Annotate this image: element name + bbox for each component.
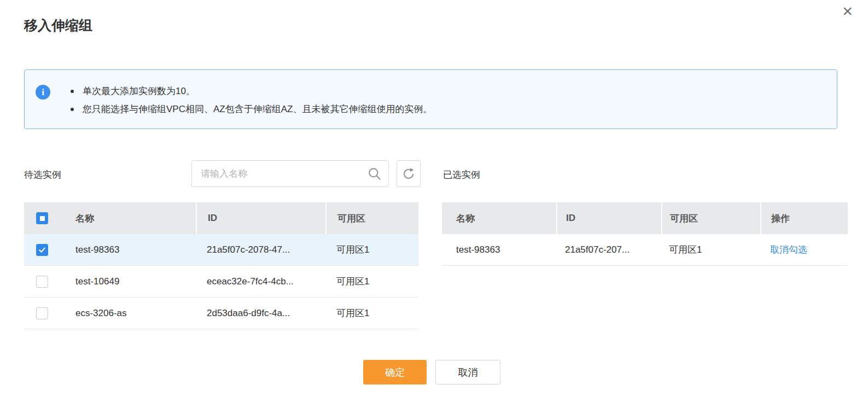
selected-table-header: 名称 ID 可用区 操作 — [442, 202, 848, 234]
select-all-checkbox[interactable] — [36, 212, 48, 224]
cell-az: 可用区1 — [325, 266, 418, 297]
search-input[interactable] — [192, 168, 368, 179]
table-row[interactable]: test-98363 21a5f07c-2078-47... 可用区1 — [24, 234, 418, 266]
cell-az: 可用区1 — [325, 234, 418, 265]
cell-az: 可用区1 — [661, 234, 760, 265]
refresh-button[interactable] — [397, 160, 421, 187]
close-icon[interactable]: × — [842, 1, 853, 21]
available-table-body: test-98363 21a5f07c-2078-47... 可用区1 test… — [24, 234, 418, 329]
selected-table-body: test-98363 21a5f07c-207... 可用区1 取消勾选 — [442, 234, 848, 266]
row-checkbox[interactable] — [36, 276, 48, 288]
column-header-name: 名称 — [58, 202, 196, 234]
move-into-scaling-group-dialog: × 移入伸缩组 i 单次最大添加实例数为10。 您只能选择与伸缩组VPC相同、A… — [0, 0, 868, 402]
search-icon[interactable] — [368, 167, 382, 181]
available-instances-table: 名称 ID 可用区 test-98363 21a5f07c-2078-47...… — [24, 202, 418, 329]
selected-instances-table: 名称 ID 可用区 操作 test-98363 21a5f07c-207... … — [442, 202, 848, 266]
indeterminate-mark — [40, 216, 45, 221]
column-header-name: 名称 — [442, 202, 556, 234]
ok-button[interactable]: 确定 — [363, 360, 427, 384]
refresh-icon — [402, 167, 415, 180]
cell-id: eceac32e-7fc4-4cb... — [196, 266, 325, 297]
cell-id: 21a5f07c-207... — [556, 234, 661, 265]
info-banner-item: 您只能选择与伸缩组VPC相同、AZ包含于伸缩组AZ、且未被其它伸缩组使用的实例。 — [68, 100, 837, 118]
dialog-title: 移入伸缩组 — [24, 16, 92, 34]
cancel-selection-link[interactable]: 取消勾选 — [770, 243, 807, 256]
column-header-az: 可用区 — [325, 202, 418, 234]
cell-name: ecs-3206-as — [58, 298, 196, 329]
column-header-az: 可用区 — [661, 202, 760, 234]
available-instances-label: 待选实例 — [24, 168, 61, 181]
info-banner: i 单次最大添加实例数为10。 您只能选择与伸缩组VPC相同、AZ包含于伸缩组A… — [24, 69, 837, 129]
cell-name: test-98363 — [58, 234, 196, 265]
selected-instances-label: 已选实例 — [443, 168, 480, 181]
cancel-button[interactable]: 取消 — [435, 360, 500, 384]
column-header-id: ID — [196, 202, 325, 234]
row-checkbox[interactable] — [36, 244, 48, 256]
cell-id: 2d53daa6-d9fc-4a... — [196, 298, 325, 329]
check-icon — [38, 246, 46, 254]
info-banner-list: 单次最大添加实例数为10。 您只能选择与伸缩组VPC相同、AZ包含于伸缩组AZ、… — [68, 82, 837, 118]
info-icon: i — [36, 85, 50, 100]
column-header-id: ID — [556, 202, 661, 234]
row-checkbox[interactable] — [36, 307, 48, 319]
available-table-header: 名称 ID 可用区 — [24, 202, 418, 234]
table-row[interactable]: test-10649 eceac32e-7fc4-4cb... 可用区1 — [24, 266, 418, 298]
cell-name: test-98363 — [442, 234, 556, 265]
column-header-action: 操作 — [760, 202, 848, 234]
cell-name: test-10649 — [58, 266, 196, 297]
table-row: test-98363 21a5f07c-207... 可用区1 取消勾选 — [442, 234, 848, 266]
table-row[interactable]: ecs-3206-as 2d53daa6-d9fc-4a... 可用区1 — [24, 298, 418, 329]
cell-id: 21a5f07c-2078-47... — [196, 234, 325, 265]
info-banner-item: 单次最大添加实例数为10。 — [68, 82, 837, 100]
cell-az: 可用区1 — [325, 298, 418, 329]
search-box — [191, 160, 389, 187]
